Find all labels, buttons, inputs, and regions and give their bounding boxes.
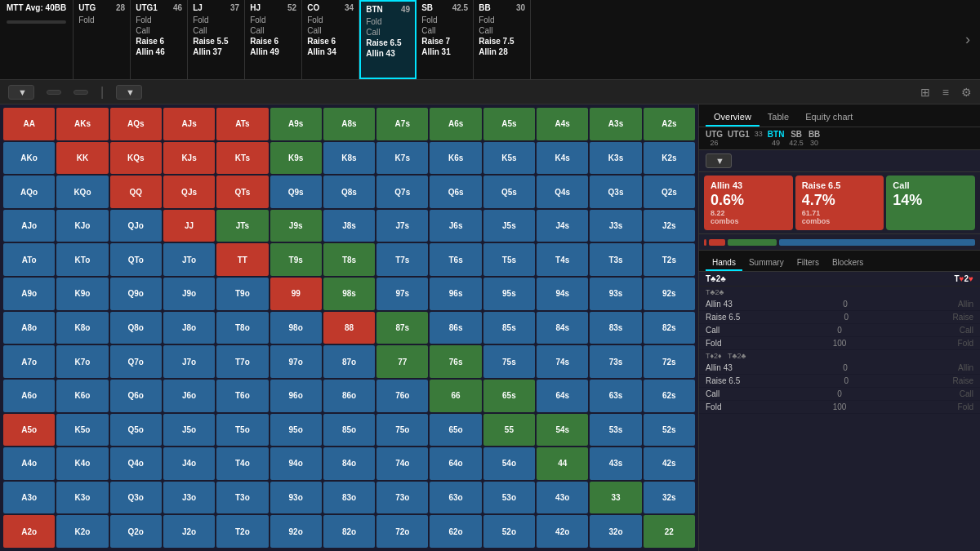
- matrix-cell[interactable]: KQs: [110, 142, 162, 175]
- matrix-cell[interactable]: T4s: [537, 243, 588, 276]
- matrix-cell[interactable]: 93s: [590, 278, 641, 310]
- matrix-cell[interactable]: K5o: [56, 414, 108, 447]
- matrix-cell[interactable]: 97s: [376, 278, 428, 310]
- matrix-cell[interactable]: ATo: [3, 243, 55, 276]
- matrix-cell[interactable]: J4o: [163, 447, 215, 480]
- matrix-cell[interactable]: Q3s: [590, 176, 641, 208]
- matrix-cell[interactable]: Q2s: [644, 176, 695, 208]
- list-icon[interactable]: ≡: [942, 86, 949, 99]
- matrix-cell[interactable]: Q8s: [323, 176, 375, 208]
- matrix-cell[interactable]: JTo: [163, 243, 215, 276]
- matrix-cell[interactable]: 54s: [537, 414, 588, 447]
- matrix-cell[interactable]: J2o: [163, 515, 215, 548]
- actions-dropdown[interactable]: ▼: [706, 153, 732, 168]
- position-col-utg[interactable]: UTG28Fold: [74, 0, 131, 79]
- matrix-cell[interactable]: 65s: [483, 380, 535, 412]
- matrix-cell[interactable]: 94s: [537, 278, 588, 310]
- matrix-cell[interactable]: J5o: [163, 414, 215, 447]
- matrix-cell[interactable]: 76s: [430, 345, 481, 378]
- matrix-cell[interactable]: 97o: [270, 345, 322, 378]
- matrix-cell[interactable]: 95s: [483, 278, 535, 310]
- matrix-cell[interactable]: 42o: [537, 515, 588, 548]
- matrix-cell[interactable]: T7o: [216, 345, 268, 378]
- matrix-cell[interactable]: 64o: [430, 447, 481, 480]
- matrix-cell[interactable]: Q3o: [110, 482, 162, 514]
- matrix-cell[interactable]: 86s: [430, 312, 481, 344]
- matrix-cell[interactable]: Q9s: [270, 176, 322, 208]
- matrix-cell[interactable]: 84o: [323, 447, 375, 480]
- matrix-cell[interactable]: 44: [537, 447, 588, 480]
- matrix-cell[interactable]: 84s: [537, 312, 588, 344]
- matrix-cell[interactable]: Q8o: [110, 312, 162, 344]
- matrix-cell[interactable]: K3o: [56, 482, 108, 514]
- matrix-cell[interactable]: Q4s: [537, 176, 588, 208]
- matrix-cell[interactable]: K9s: [270, 142, 322, 175]
- matrix-cell[interactable]: 96s: [430, 278, 481, 310]
- matrix-cell[interactable]: T6o: [216, 380, 268, 412]
- matrix-cell[interactable]: AQs: [110, 108, 162, 140]
- matrix-cell[interactable]: JJ: [163, 210, 215, 242]
- matrix-cell[interactable]: Q6s: [430, 176, 481, 208]
- matrix-cell[interactable]: 55: [483, 414, 535, 447]
- matrix-cell[interactable]: K6o: [56, 380, 108, 412]
- matrix-cell[interactable]: 76o: [376, 380, 428, 412]
- matrix-cell[interactable]: T3s: [590, 243, 641, 276]
- matrix-cell[interactable]: KQo: [56, 176, 108, 208]
- matrix-cell[interactable]: ATs: [216, 108, 268, 140]
- position-col-utg1[interactable]: UTG146FoldCallRaise 6Allin 46: [131, 0, 188, 79]
- matrix-cell[interactable]: QJo: [110, 210, 162, 242]
- matrix-cell[interactable]: K6s: [430, 142, 481, 175]
- matrix-cell[interactable]: Q5s: [483, 176, 535, 208]
- matrix-cell[interactable]: A8o: [3, 312, 55, 344]
- action-card-raise[interactable]: Raise 6.5 4.7% 61.71combos: [795, 176, 884, 230]
- matrix-cell[interactable]: A9s: [270, 108, 322, 140]
- matrix-cell[interactable]: J3s: [590, 210, 641, 242]
- matrix-cell[interactable]: 87o: [323, 345, 375, 378]
- matrix-cell[interactable]: J8s: [323, 210, 375, 242]
- matrix-cell[interactable]: 72o: [376, 515, 428, 548]
- matrix-cell[interactable]: KJo: [56, 210, 108, 242]
- hands-list[interactable]: T♣2♣ Allin 43 0 Allin Raise 6.5 0 Raise …: [699, 287, 980, 551]
- matrix-cell[interactable]: T5s: [483, 243, 535, 276]
- matrix-cell[interactable]: 82o: [323, 515, 375, 548]
- matrix-cell[interactable]: K3s: [590, 142, 641, 175]
- matrix-cell[interactable]: 93o: [270, 482, 322, 514]
- matrix-cell[interactable]: T7s: [376, 243, 428, 276]
- matrix-cell[interactable]: QJs: [163, 176, 215, 208]
- matrix-cell[interactable]: 62s: [644, 380, 695, 412]
- overview-tab-table[interactable]: Table: [760, 109, 797, 127]
- matrix-cell[interactable]: K2o: [56, 515, 108, 548]
- matrix-cell[interactable]: 22: [644, 515, 695, 548]
- matrix-cell[interactable]: T2o: [216, 515, 268, 548]
- matrix-cell[interactable]: A5o: [3, 414, 55, 447]
- matrix-cell[interactable]: J2s: [644, 210, 695, 242]
- matrix-cell[interactable]: 53o: [483, 482, 535, 514]
- matrix-cell[interactable]: A4s: [537, 108, 588, 140]
- matrix-cell[interactable]: 74s: [537, 345, 588, 378]
- matrix-cell[interactable]: TT: [216, 243, 268, 276]
- matrix-cell[interactable]: 88: [323, 312, 375, 344]
- overview-tab-equity-chart[interactable]: Equity chart: [797, 109, 861, 127]
- matrix-cell[interactable]: 62o: [430, 515, 481, 548]
- matrix-cell[interactable]: 32s: [644, 482, 695, 514]
- matrix-cell[interactable]: 82s: [644, 312, 695, 344]
- matrix-cell[interactable]: 43s: [590, 447, 641, 480]
- matrix-cell[interactable]: 83o: [323, 482, 375, 514]
- matrix-cell[interactable]: Q7s: [376, 176, 428, 208]
- matrix-cell[interactable]: T4o: [216, 447, 268, 480]
- matrix-cell[interactable]: A7o: [3, 345, 55, 378]
- matrix-cell[interactable]: A8s: [323, 108, 375, 140]
- matrix-cell[interactable]: J9s: [270, 210, 322, 242]
- matrix-cell[interactable]: 92s: [644, 278, 695, 310]
- matrix-cell[interactable]: 66: [430, 380, 481, 412]
- matrix-cell[interactable]: J8o: [163, 312, 215, 344]
- matrix-cell[interactable]: A6s: [430, 108, 481, 140]
- hands-tab-filters[interactable]: Filters: [791, 256, 826, 271]
- matrix-cell[interactable]: A7s: [376, 108, 428, 140]
- change-button[interactable]: [7, 20, 66, 24]
- matrix-cell[interactable]: 85o: [323, 414, 375, 447]
- matrix-cell[interactable]: J6o: [163, 380, 215, 412]
- matrix-cell[interactable]: AA: [3, 108, 55, 140]
- matrix-cell[interactable]: A2o: [3, 515, 55, 548]
- hands-tab-hands[interactable]: Hands: [706, 256, 742, 271]
